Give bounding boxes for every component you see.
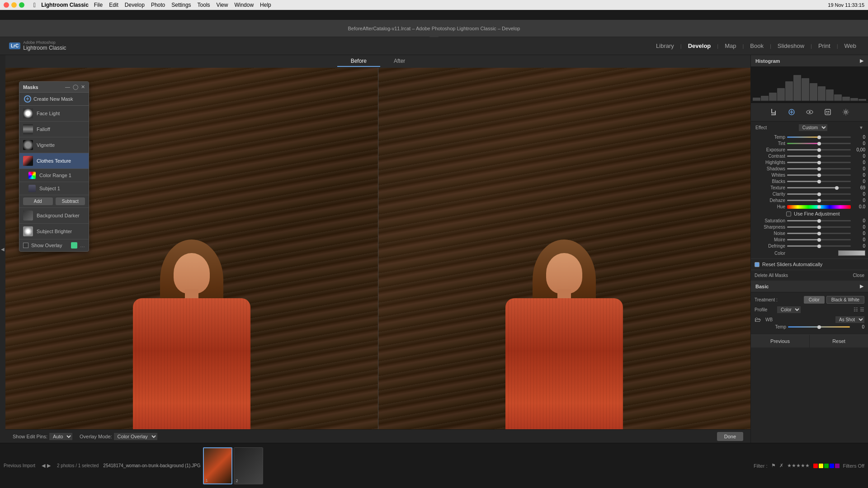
filter-blue[interactable] (830, 464, 834, 468)
wb-select[interactable]: As Shot (835, 316, 864, 323)
edit-pins-select[interactable]: Auto (49, 433, 72, 440)
mask-add-btn[interactable]: Add (23, 197, 53, 205)
film-thumb-2[interactable]: 2 (234, 447, 263, 484)
masks-settings-icon[interactable]: ◯ (73, 84, 78, 90)
contrast-track[interactable] (787, 155, 851, 157)
mask-item-subject-brighter[interactable]: Subject Brighter (19, 224, 89, 239)
histogram-header[interactable]: Histogram ▶ (751, 55, 868, 67)
wb-eyedropper-icon[interactable]: 🗁 (755, 316, 764, 323)
close-window-dot[interactable] (4, 2, 9, 8)
close-masks-btn[interactable]: Close (853, 273, 864, 278)
delete-all-masks-btn[interactable]: Delete All Masks (755, 273, 788, 278)
texture-thumb[interactable] (835, 186, 839, 190)
mask-item-falloff[interactable]: Falloff (19, 122, 89, 137)
red-eye-tool-icon[interactable] (804, 107, 815, 117)
profile-list-icon[interactable]: ☰ (860, 307, 864, 313)
dehaze-track[interactable] (787, 200, 851, 201)
nav-book[interactable]: Book (747, 42, 766, 49)
noise-track[interactable] (787, 233, 851, 234)
sharpness-track[interactable] (787, 226, 851, 228)
filter-yellow[interactable] (819, 464, 823, 468)
shadows-thumb[interactable] (817, 167, 821, 171)
menu-develop[interactable]: Develop (125, 2, 145, 8)
profile-select[interactable]: Color (777, 306, 801, 313)
temp-thumb[interactable] (817, 136, 821, 139)
color-swatch[interactable] (838, 250, 865, 256)
filters-off-label[interactable]: Filters Off (843, 463, 864, 469)
highlights-track[interactable] (787, 162, 851, 163)
filter-purple[interactable] (835, 464, 840, 468)
film-thumb-1[interactable]: 1 (203, 447, 232, 484)
shadows-track[interactable] (787, 168, 851, 169)
reset-sliders-checkbox[interactable] (755, 262, 760, 267)
fine-adjustment-checkbox[interactable] (786, 211, 791, 216)
basic-temp-thumb[interactable] (817, 325, 821, 329)
overlay-mode-select[interactable]: Color Overlay (114, 433, 157, 440)
defringe-track[interactable] (787, 245, 851, 247)
nav-map[interactable]: Map (722, 42, 739, 49)
basic-panel-collapse-icon[interactable]: ▶ (860, 283, 863, 289)
previous-button[interactable]: Previous (751, 335, 810, 347)
menu-window[interactable]: Window (234, 2, 254, 8)
masks-close-icon[interactable]: ✕ (81, 84, 85, 90)
mask-subtract-btn[interactable]: Subtract (56, 197, 85, 205)
menu-photo[interactable]: Photo (151, 2, 165, 8)
app-menu-name[interactable]: Lightroom Classic (41, 2, 89, 8)
highlights-thumb[interactable] (817, 161, 821, 164)
mask-item-color-range[interactable]: Color Range 1 (19, 169, 89, 182)
filter-reject-icon[interactable]: ✗ (779, 463, 783, 469)
nav-web[interactable]: Web (842, 42, 859, 49)
mask-item-subject-1[interactable]: Subject 1 (19, 182, 89, 195)
reset-button[interactable]: Reset (810, 335, 868, 347)
crop-tool-icon[interactable] (768, 107, 779, 117)
menu-file[interactable]: File (94, 2, 103, 8)
left-panel-toggle[interactable]: ◀ (1, 247, 5, 252)
filter-color-swatches[interactable] (813, 464, 840, 468)
filter-star-icons[interactable]: ★★★★★ (787, 463, 810, 469)
nav-print[interactable]: Print (816, 42, 833, 49)
menu-view[interactable]: View (217, 2, 228, 8)
mask-item-face-light[interactable]: Face Light (19, 106, 89, 122)
color-treatment-btn[interactable]: Color (804, 296, 825, 304)
temp-track[interactable] (787, 136, 851, 138)
filter-green[interactable] (824, 464, 829, 468)
nav-slideshow[interactable]: Slideshow (775, 42, 807, 49)
whites-track[interactable] (787, 174, 851, 176)
effect-dropdown[interactable]: Custom (799, 124, 827, 131)
blacks-track[interactable] (787, 181, 851, 182)
mask-tool-icon[interactable] (822, 107, 833, 117)
bw-treatment-btn[interactable]: Black & White (826, 296, 864, 304)
exposure-track[interactable] (787, 149, 851, 150)
histogram-collapse-icon[interactable]: ▶ (860, 58, 863, 64)
heal-tool-icon[interactable] (786, 107, 797, 117)
moire-track[interactable] (787, 239, 851, 240)
sharpness-thumb[interactable] (817, 225, 821, 229)
nav-develop[interactable]: Develop (685, 42, 714, 49)
mask-item-bg-darker[interactable]: Background Darker (19, 208, 89, 224)
hue-thumb[interactable] (817, 205, 821, 209)
exposure-thumb[interactable] (817, 148, 821, 152)
whites-thumb[interactable] (817, 174, 821, 177)
clarity-track[interactable] (787, 193, 851, 195)
nav-library[interactable]: Library (653, 42, 677, 49)
dehaze-thumb[interactable] (817, 199, 821, 202)
mask-item-clothes-texture[interactable]: Clothes Texture (19, 153, 89, 169)
saturation-thumb[interactable] (817, 219, 821, 223)
defringe-thumb[interactable] (817, 244, 821, 248)
moire-thumb[interactable] (817, 238, 821, 242)
show-overlay-checkbox[interactable] (23, 243, 28, 248)
before-tab[interactable]: Before (337, 56, 380, 67)
menu-edit[interactable]: Edit (109, 2, 118, 8)
basic-panel-header[interactable]: Basic ▶ (751, 281, 868, 292)
menu-tools[interactable]: Tools (198, 2, 210, 8)
hue-track[interactable] (787, 205, 851, 209)
tint-track[interactable] (787, 143, 851, 144)
effect-expand-icon[interactable]: ▼ (859, 125, 863, 130)
tint-thumb[interactable] (817, 142, 821, 145)
film-arrow-right[interactable]: ▶ (47, 463, 51, 469)
overlay-color-swatch[interactable] (71, 242, 77, 249)
mask-item-vignette[interactable]: Vignette (19, 137, 89, 153)
filter-red[interactable] (813, 464, 818, 468)
menu-settings[interactable]: Settings (171, 2, 191, 8)
basic-temp-track[interactable] (788, 326, 850, 328)
